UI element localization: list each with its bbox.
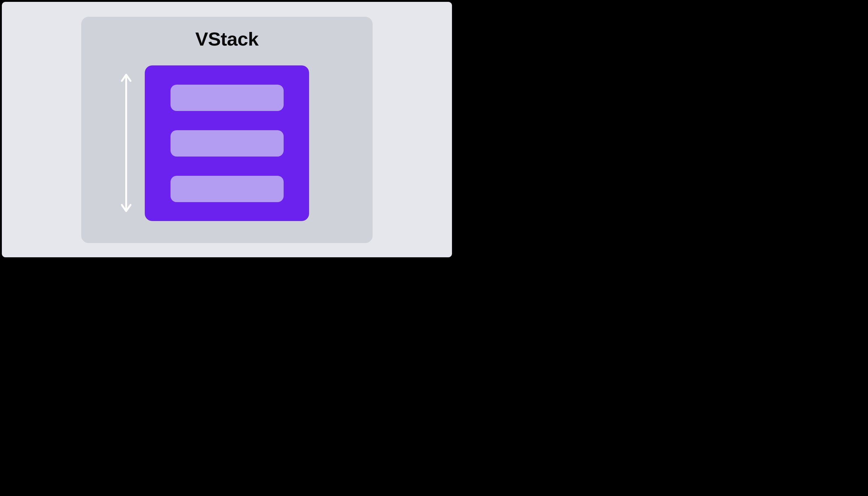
stack-item <box>170 130 284 157</box>
diagram-content <box>145 65 309 221</box>
diagram-panel: VStack <box>81 17 373 243</box>
diagram-title: VStack <box>195 28 259 50</box>
stack-item <box>170 176 284 202</box>
page-background: VStack <box>2 2 452 257</box>
stack-item <box>170 84 284 111</box>
vertical-arrow-icon <box>120 75 133 211</box>
vstack-container <box>145 65 309 221</box>
